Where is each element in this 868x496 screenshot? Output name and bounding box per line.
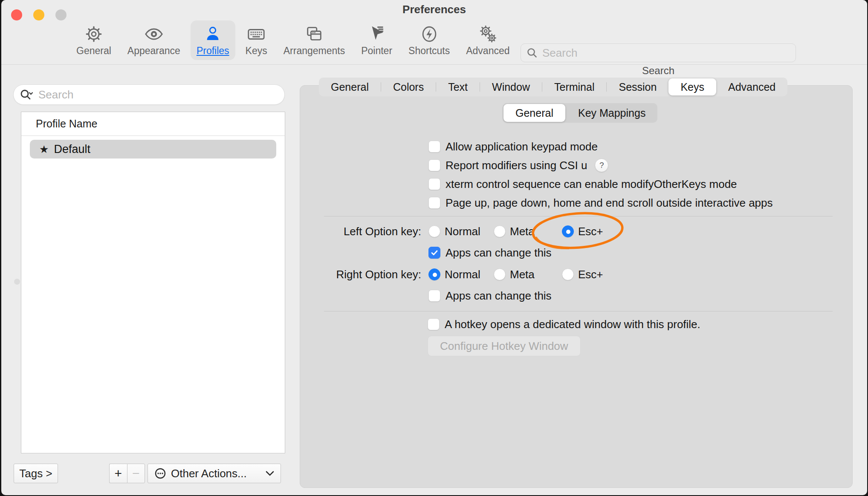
tags-button[interactable]: Tags > [14, 464, 58, 483]
checkbox-label: Apps can change this [446, 289, 552, 303]
keys-subtabs: General Key Mappings [503, 103, 657, 123]
tab-colors[interactable]: Colors [381, 78, 436, 96]
radio-option: Meta [494, 268, 535, 281]
checkbox-label: Apps can change this [446, 246, 552, 260]
toolbar-item-label: Keys [246, 45, 267, 57]
toolbar-item-advanced[interactable]: Advanced [460, 20, 515, 60]
toolbar-search-label: Search [521, 65, 796, 77]
add-remove-group: + − [109, 464, 145, 483]
profile-list-header: Profile Name [21, 112, 285, 136]
configure-hotkey-window-button: Configure Hotkey Window [428, 336, 581, 356]
toolbar-item-shortcuts[interactable]: Shortcuts [402, 20, 456, 60]
profile-name: Default [54, 143, 90, 156]
person-icon [203, 24, 223, 44]
profile-search-input[interactable] [38, 88, 278, 102]
toolbar-item-label: Pointer [361, 45, 392, 57]
drag-dot [14, 279, 20, 285]
right-apps-can-change-checkbox[interactable] [428, 290, 440, 302]
toolbar-item-label: General [76, 45, 111, 57]
toolbar-search-input[interactable] [541, 46, 790, 60]
tab-session[interactable]: Session [607, 78, 668, 96]
gears-icon [477, 24, 498, 44]
checkbox-row: Apps can change this [428, 246, 552, 259]
help-button[interactable]: ? [595, 159, 608, 172]
search-icon [526, 47, 538, 59]
keypad-mode-checkbox[interactable] [428, 141, 440, 153]
radio-option: Meta [494, 225, 535, 238]
checkbox-label: xterm control sequence can enable modify… [446, 178, 737, 191]
profile-tabbar: General Colors Text Window Terminal Sess… [319, 78, 787, 96]
tab-terminal[interactable]: Terminal [542, 78, 606, 96]
window-title: Preferences [1, 3, 867, 16]
remove-profile-button[interactable]: − [127, 464, 145, 483]
search-menu-icon [20, 88, 34, 101]
checkbox-row: xterm control sequence can enable modify… [428, 178, 737, 190]
modify-other-keys-checkbox[interactable] [428, 178, 440, 190]
radio-label: Esc+ [578, 225, 603, 238]
profile-row-default[interactable]: ★ Default [30, 140, 276, 159]
add-profile-button[interactable]: + [109, 464, 127, 483]
csi-u-checkbox[interactable] [428, 159, 440, 171]
tab-text[interactable]: Text [436, 78, 480, 96]
other-actions-label: Other Actions... [171, 467, 261, 480]
radio-option: Normal [428, 268, 480, 281]
checkbox-label: Report modifiers using CSI u [446, 159, 587, 172]
toolbar-item-label: Advanced [466, 45, 509, 57]
left-apps-can-change-checkbox[interactable] [428, 247, 440, 259]
toolbar-item-keys[interactable]: Keys [240, 20, 273, 60]
left-option-meta-radio[interactable] [494, 225, 506, 237]
checkbox-label: A hotkey opens a dedicated window with t… [445, 318, 700, 331]
toolbar-item-label: Profiles [197, 45, 229, 57]
radio-option: Normal [428, 225, 480, 238]
cursor-icon [367, 24, 387, 44]
minus-icon: − [132, 466, 140, 481]
toolbar-item-pointer[interactable]: Pointer [355, 20, 398, 60]
radio-label: Normal [445, 225, 480, 238]
checkbox-row: Report modifiers using CSI u ? [428, 159, 608, 172]
hotkey-window-checkbox[interactable] [428, 318, 440, 330]
right-option-esc-radio[interactable] [562, 268, 574, 280]
toolbar-item-profiles[interactable]: Profiles [191, 20, 235, 60]
radio-label: Meta [510, 225, 535, 238]
tab-keys[interactable]: Keys [668, 78, 716, 95]
subtab-general[interactable]: General [503, 104, 565, 122]
tab-advanced[interactable]: Advanced [716, 78, 787, 96]
ellipsis-circle-icon [154, 467, 167, 480]
section-divider [324, 311, 833, 311]
toolbar-item-label: Arrangements [284, 45, 345, 57]
radio-option: Esc+ [562, 225, 603, 238]
keyboard-icon [246, 24, 266, 44]
tab-window[interactable]: Window [480, 78, 542, 96]
preferences-window: Preferences General Appearance [1, 0, 867, 495]
subtab-key-mappings[interactable]: Key Mappings [566, 103, 657, 123]
eye-icon [144, 24, 164, 44]
checkbox-row: Allow application keypad mode [428, 140, 598, 153]
checkbox-row: A hotkey opens a dedicated window with t… [428, 318, 700, 331]
toolbar: General Appearance Profiles [1, 17, 867, 65]
toolbar-item-label: Appearance [127, 45, 180, 57]
toolbar-item-general[interactable]: General [70, 20, 117, 60]
windows-icon [304, 24, 324, 44]
toolbar-item-appearance[interactable]: Appearance [122, 20, 186, 60]
section-divider [324, 216, 833, 216]
radio-label: Normal [445, 268, 480, 281]
checkbox-row: Page up, page down, home and end scroll … [428, 196, 773, 209]
right-option-normal-radio[interactable] [428, 268, 440, 280]
left-option-esc-radio[interactable] [562, 225, 574, 237]
other-actions-dropdown[interactable]: Other Actions... [148, 464, 281, 483]
radio-option: Esc+ [562, 268, 603, 281]
gear-icon [84, 24, 104, 44]
left-option-label: Left Option key: [310, 225, 421, 238]
toolbar-item-arrangements[interactable]: Arrangements [278, 20, 351, 60]
toolbar-item-label: Shortcuts [408, 45, 450, 57]
profile-search-field[interactable] [13, 84, 285, 105]
toolbar-search-field[interactable] [521, 43, 796, 62]
left-option-normal-radio[interactable] [428, 225, 440, 237]
tags-button-label: Tags > [19, 467, 52, 480]
checkbox-label: Page up, page down, home and end scroll … [446, 196, 773, 210]
lightning-icon [419, 24, 440, 44]
star-icon: ★ [39, 144, 49, 155]
right-option-meta-radio[interactable] [494, 268, 506, 280]
page-scroll-checkbox[interactable] [428, 197, 440, 209]
tab-general[interactable]: General [319, 78, 381, 96]
